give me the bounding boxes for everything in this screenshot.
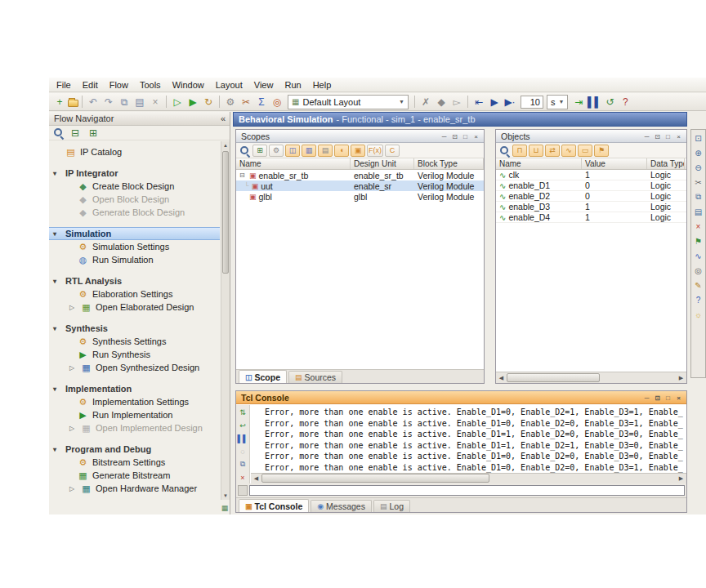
collapse-flow-navigator-button[interactable]: « xyxy=(221,114,226,123)
menu-item-layout[interactable]: Layout xyxy=(210,78,248,91)
dock-grid-icon[interactable]: ▦ xyxy=(220,501,230,514)
redo-icon[interactable]: ↷ xyxy=(101,95,116,109)
marker-icon[interactable]: ⚑ xyxy=(692,235,704,247)
close-button[interactable]: × xyxy=(673,393,684,403)
gears-icon[interactable]: ⚙ xyxy=(223,95,238,109)
scope-row-uut[interactable]: └▣uutenable_srVerilog Module xyxy=(236,180,484,191)
open-project-icon[interactable] xyxy=(68,100,78,107)
object-row-clk[interactable]: ∿clk1Logic xyxy=(496,170,686,180)
flow-navigator-scrollbar[interactable]: ▲ ▼ xyxy=(221,141,230,500)
page-icon[interactable]: ◌ xyxy=(237,446,248,457)
tab-log[interactable]: ▤Log xyxy=(373,500,410,512)
scroll-right-button[interactable]: ▶ xyxy=(676,475,686,482)
object-row-enable-d2[interactable]: ∿enable_D20Logic xyxy=(496,191,686,202)
collapse-all-icon[interactable]: ⊟ xyxy=(68,126,83,140)
tcl-hscrollbar[interactable]: ◀▶ xyxy=(251,473,686,483)
filter-inputs-toggle[interactable]: ⊓ xyxy=(512,145,527,157)
restart-sim-icon[interactable]: ⇤ xyxy=(471,95,486,109)
expander-icon[interactable]: ▷ xyxy=(69,364,77,372)
search-icon[interactable] xyxy=(52,127,65,139)
filter-packages-toggle[interactable]: ▤ xyxy=(318,145,333,157)
sum-icon[interactable]: Σ xyxy=(254,95,269,109)
filter-classes-toggle[interactable]: C xyxy=(385,145,400,157)
paste-icon[interactable]: ▤ xyxy=(692,206,704,217)
objects-column-value[interactable]: Value xyxy=(582,158,647,169)
scroll-thumb[interactable] xyxy=(222,151,229,274)
filter-modules-toggle[interactable]: ◫ xyxy=(285,145,300,157)
expander-icon[interactable]: ▷ xyxy=(69,304,77,311)
filter-processes-toggle[interactable]: ◖ xyxy=(334,145,349,157)
menu-item-help[interactable]: Help xyxy=(307,78,337,91)
flow-item-bitstream-settings[interactable]: ⚙Bitstream Settings xyxy=(49,456,220,469)
filter-variables-toggle[interactable]: ▭ xyxy=(578,145,592,157)
maximize-button[interactable]: □ xyxy=(663,131,673,141)
flow-item-generate-block-design[interactable]: ◆Generate Block Design xyxy=(49,206,220,219)
tab-messages[interactable]: ◉Messages xyxy=(311,500,372,512)
report-icon[interactable]: ◎ xyxy=(270,95,284,109)
flow-item-open-hardware-manager[interactable]: ▷▦Open Hardware Manager xyxy=(49,482,220,495)
copy-icon[interactable]: ⧉ xyxy=(692,191,704,203)
relaunch-sim-icon[interactable]: ↺ xyxy=(602,95,617,109)
pause-sim-icon[interactable]: ▌▌ xyxy=(587,95,601,109)
flow-item-open-implemented-design[interactable]: ▷▦Open Implemented Design xyxy=(49,421,220,434)
float-button[interactable]: ⊡ xyxy=(652,393,663,403)
pause-output-icon[interactable]: ▌▌ xyxy=(237,433,248,443)
float-button[interactable]: ⊡ xyxy=(652,131,663,141)
scroll-up-button[interactable]: ▲ xyxy=(221,141,230,149)
scroll-thumb[interactable] xyxy=(507,373,600,382)
filter-functions-toggle[interactable]: F(x) xyxy=(367,145,383,157)
float-button[interactable]: ⊡ xyxy=(449,131,460,141)
menu-item-flow[interactable]: Flow xyxy=(104,78,134,91)
undo-icon[interactable]: ↶ xyxy=(86,95,101,109)
scroll-track[interactable] xyxy=(261,474,676,483)
minimize-button[interactable]: ─ xyxy=(641,131,652,141)
scroll-lock-icon[interactable]: ⇅ xyxy=(237,407,248,417)
objects-column-name[interactable]: Name xyxy=(496,158,582,169)
scroll-down-button[interactable]: ▼ xyxy=(221,492,230,500)
expander-icon[interactable]: ▷ xyxy=(69,485,77,492)
bulb-icon[interactable]: ☼ xyxy=(692,309,704,320)
time-unit-select[interactable]: s▼ xyxy=(547,95,568,109)
zoom-in-icon[interactable]: ⊕ xyxy=(692,147,704,158)
new-icon[interactable]: + xyxy=(52,95,67,109)
flow-section-ip-integrator[interactable]: ▾IP Integrator xyxy=(49,167,220,180)
scopes-column-name[interactable]: Name xyxy=(236,158,351,169)
object-row-enable-d1[interactable]: ∿enable_D10Logic xyxy=(496,180,686,191)
close-button[interactable]: × xyxy=(471,131,481,141)
flow-item-synthesis-settings[interactable]: ⚙Synthesis Settings xyxy=(49,335,220,348)
run-outline-icon[interactable]: ▷ xyxy=(170,95,185,109)
tab-sources[interactable]: ▤Sources xyxy=(288,371,342,383)
zoom-out-icon[interactable]: ⊖ xyxy=(692,162,704,173)
expander-icon[interactable]: ▷ xyxy=(69,425,77,432)
clear-icon[interactable]: × xyxy=(237,472,248,483)
cross-probe-icon[interactable]: ✂ xyxy=(239,95,253,109)
run-all-icon[interactable]: ▶ xyxy=(487,95,502,109)
wave-icon[interactable]: ∿ xyxy=(692,250,704,261)
maximize-button[interactable]: □ xyxy=(663,393,673,403)
tab-scope[interactable]: ◫Scope xyxy=(239,370,287,383)
flow-item-elaboration-settings[interactable]: ⚙Elaboration Settings xyxy=(49,287,220,301)
word-wrap-icon[interactable]: ↩ xyxy=(237,420,248,430)
delete-icon[interactable]: × xyxy=(148,95,163,109)
flow-item-create-block-design[interactable]: ◆Create Block Design xyxy=(49,180,220,193)
expand-all-icon[interactable]: ⊞ xyxy=(86,126,101,140)
run-for-time-icon[interactable]: ▶· xyxy=(503,95,517,109)
tcl-command-input[interactable] xyxy=(249,485,685,496)
help-icon[interactable]: ? xyxy=(692,294,704,305)
help-icon[interactable]: ? xyxy=(618,95,632,109)
copy-icon[interactable]: ⧉ xyxy=(237,459,248,470)
step-sim-icon[interactable]: ⇥ xyxy=(571,95,586,109)
flow-section-program-and-debug[interactable]: ▾Program and Debug xyxy=(49,443,220,456)
paste-icon[interactable]: ▤ xyxy=(132,95,147,109)
menu-item-run[interactable]: Run xyxy=(279,78,306,91)
flow-item-implementation-settings[interactable]: ⚙Implementation Settings xyxy=(49,395,220,408)
tree-expander-icon[interactable]: ⊟ xyxy=(239,172,247,179)
expand-all-icon[interactable]: ⊞ xyxy=(252,145,267,157)
copy-icon[interactable]: ⧉ xyxy=(117,95,132,109)
sim-time-input[interactable]: 10 xyxy=(521,96,543,109)
cut-icon[interactable]: ✂ xyxy=(692,176,704,188)
flow-item-run-simulation[interactable]: ◍Run Simulation xyxy=(49,253,220,266)
measure-icon[interactable]: ◎ xyxy=(692,265,704,276)
close-button[interactable]: × xyxy=(673,131,684,141)
scope-row-enable-sr-tb[interactable]: ⊟▣enable_sr_tbenable_sr_tbVerilog Module xyxy=(236,170,484,180)
